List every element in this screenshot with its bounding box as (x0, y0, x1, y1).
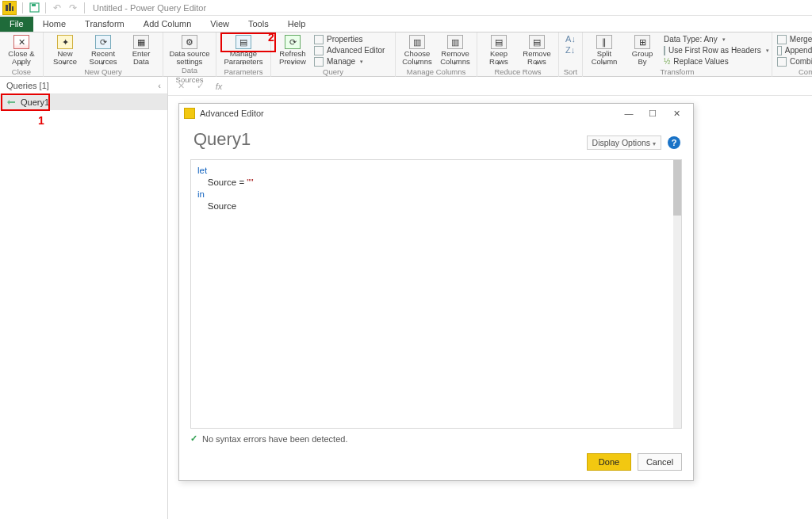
tab-add-column[interactable]: Add Column (134, 17, 201, 32)
data-type-button[interactable]: Data Type: Any▾ (664, 34, 767, 44)
app-logo-icon (2, 1, 17, 15)
recent-sources-button[interactable]: ⟳Recent Sources▾ (86, 34, 120, 66)
ribbon: ✕Close & Apply▾ Close ✦New Source▾ ⟳Rece… (0, 32, 812, 77)
tab-home[interactable]: Home (33, 17, 75, 32)
query-list-item[interactable]: Query1 (0, 94, 167, 110)
fb-cancel-icon[interactable]: ✕ (174, 80, 187, 93)
group-new-query: ✦New Source▾ ⟳Recent Sources▾ ▦Enter Dat… (44, 32, 163, 77)
group-label: Query (323, 67, 343, 77)
query-name: Query1 (21, 97, 49, 107)
collapse-icon[interactable]: ‹ (158, 81, 161, 90)
group-combine: Merge Queries▾ Append Queries▾ Combine F… (772, 32, 812, 77)
group-by-button[interactable]: ⊞Group By (626, 34, 659, 66)
split-column-button[interactable]: ∥Split Column▾ (588, 34, 621, 66)
display-options-label: Display Options (592, 138, 651, 147)
tab-help[interactable]: Help (278, 17, 316, 32)
queries-header[interactable]: Queries [1] ‹ (0, 77, 167, 94)
svg-rect-0 (6, 5, 8, 11)
group-label: Reduce Rows (494, 67, 541, 77)
properties-button[interactable]: Properties (314, 34, 390, 44)
chevron-down-icon: ▾ (653, 140, 656, 147)
close-icon[interactable]: ✕ (665, 105, 688, 121)
sort-desc-button[interactable]: Z↓ (565, 45, 575, 55)
code-editor[interactable]: let Source = "" in Source (191, 160, 673, 428)
group-label: New Query (84, 67, 122, 77)
ribbon-tabs: File Home Transform Add Column View Tool… (0, 16, 812, 32)
data-type-label: Data Type: Any (664, 35, 718, 44)
group-label: Combine (799, 67, 812, 77)
data-source-settings-button[interactable]: ⚙Data source settings (168, 34, 211, 66)
window-titlebar: ↶ ↷ Untitled - Power Query Editor (0, 0, 812, 16)
group-sort: A↓ Z↓ Sort (559, 32, 583, 77)
remove-rows-button[interactable]: ▤Remove Rows▾ (520, 34, 553, 66)
done-button[interactable]: Done (587, 453, 631, 471)
group-label: Close (12, 67, 31, 77)
merge-queries-button[interactable]: Merge Queries▾ (777, 34, 812, 44)
window-title: Untitled - Power Query Editor (93, 3, 206, 13)
replace-values-label: Replace Values (673, 57, 728, 66)
redo-icon[interactable]: ↷ (67, 2, 79, 14)
enter-data-button[interactable]: ▦Enter Data (124, 34, 158, 66)
choose-columns-button[interactable]: ▥Choose Columns▾ (400, 34, 434, 66)
formula-bar: ✕ ✓ fx (168, 77, 812, 96)
editor-scrollbar[interactable] (673, 160, 681, 428)
fx-icon[interactable]: fx (213, 80, 225, 93)
group-label: Manage Columns (407, 67, 465, 77)
syntax-status: ✓ No syntax errors have been detected. (190, 433, 682, 444)
new-source-button[interactable]: ✦New Source▾ (48, 34, 82, 66)
queries-header-label: Queries [1] (6, 81, 49, 90)
manage-label: Manage (327, 57, 355, 66)
sort-asc-button[interactable]: A↓ (565, 34, 576, 44)
group-label: Sort (564, 67, 577, 77)
tab-transform[interactable]: Transform (75, 17, 134, 32)
group-close: ✕Close & Apply▾ Close (0, 32, 44, 77)
refresh-preview-button[interactable]: ⟳Refresh Preview▾ (276, 34, 309, 66)
cancel-button[interactable]: Cancel (638, 453, 682, 471)
advanced-editor-label: Advanced Editor (327, 46, 385, 55)
group-query: ⟳Refresh Preview▾ Properties Advanced Ed… (271, 32, 396, 77)
fb-confirm-icon[interactable]: ✓ (193, 80, 206, 93)
group-transform: ∥Split Column▾ ⊞Group By Data Type: Any▾… (583, 32, 772, 77)
cancel-label: Cancel (646, 457, 673, 467)
queries-pane: Queries [1] ‹ Query1 (0, 77, 168, 519)
dialog-footer: Done Cancel (179, 444, 693, 480)
tab-view[interactable]: View (201, 17, 239, 32)
dialog-titlebar: Advanced Editor — ☐ ✕ (179, 104, 693, 123)
replace-values-button[interactable]: ½Replace Values (664, 56, 767, 67)
close-apply-button[interactable]: ✕Close & Apply▾ (5, 34, 38, 66)
advanced-editor-button[interactable]: Advanced Editor (314, 45, 390, 55)
append-queries-button[interactable]: Append Queries▾ (777, 45, 812, 55)
append-queries-label: Append Queries (785, 46, 812, 55)
remove-columns-button[interactable]: ▥Remove Columns▾ (439, 34, 472, 66)
combine-files-button[interactable]: Combine Files (777, 56, 812, 67)
tab-file[interactable]: File (0, 17, 33, 32)
tab-tools[interactable]: Tools (239, 17, 278, 32)
undo-icon[interactable]: ↶ (51, 2, 63, 14)
check-icon: ✓ (190, 433, 197, 444)
first-row-headers-button[interactable]: Use First Row as Headers▾ (664, 45, 767, 55)
advanced-editor-dialog: Advanced Editor — ☐ ✕ Query1 Display Opt… (178, 103, 694, 481)
dialog-logo-icon (184, 108, 195, 119)
done-label: Done (599, 457, 619, 467)
syntax-status-text: No syntax errors have been detected. (202, 434, 347, 444)
manage-parameters-button[interactable]: ▤Manage Parameters▾ (221, 34, 266, 66)
svg-rect-1 (9, 3, 11, 11)
save-icon[interactable] (28, 2, 40, 14)
manage-button[interactable]: Manage▾ (314, 56, 390, 67)
combine-files-label: Combine Files (790, 57, 812, 66)
display-options-dropdown[interactable]: Display Options ▾ (587, 135, 661, 150)
properties-label: Properties (327, 35, 363, 44)
keep-rows-button[interactable]: ▤Keep Rows▾ (482, 34, 515, 66)
group-data-sources: ⚙Data source settings Data Sources (163, 32, 216, 77)
separator (22, 2, 23, 13)
merge-queries-label: Merge Queries (790, 35, 812, 44)
dialog-title: Advanced Editor (200, 109, 264, 118)
separator (45, 2, 46, 13)
minimize-icon[interactable]: — (617, 105, 641, 121)
first-row-headers-label: Use First Row as Headers (668, 46, 761, 55)
help-icon[interactable]: ? (668, 136, 680, 149)
maximize-icon[interactable]: ☐ (641, 105, 665, 121)
scrollbar-thumb[interactable] (673, 160, 681, 216)
svg-rect-2 (12, 6, 13, 11)
query-icon (6, 97, 16, 107)
